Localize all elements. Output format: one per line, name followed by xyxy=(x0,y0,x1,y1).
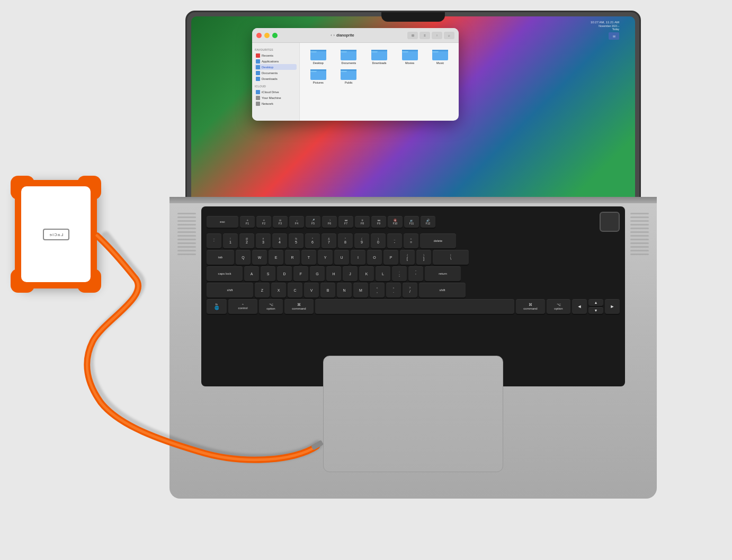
key-v[interactable]: V xyxy=(304,283,319,297)
sidebar-item-documents[interactable]: Documents xyxy=(255,70,297,76)
key-g[interactable]: G xyxy=(310,266,325,281)
key-arrow-right[interactable]: ► xyxy=(605,299,620,314)
sidebar-item-icloud[interactable]: iCloud Drive xyxy=(255,89,297,95)
finder-back-btn[interactable]: ‹ xyxy=(331,33,332,37)
key-quote[interactable]: "' xyxy=(408,266,423,281)
folder-movies[interactable]: Movies xyxy=(396,47,424,65)
maximize-button[interactable] xyxy=(272,33,278,38)
key-option-right[interactable]: ⌥ option xyxy=(547,299,570,314)
key-t[interactable]: T xyxy=(301,250,316,265)
folder-desktop[interactable]: Desktop xyxy=(304,47,333,65)
key-d[interactable]: D xyxy=(277,266,292,281)
sidebar-item-applications[interactable]: Applications xyxy=(255,58,297,64)
key-7[interactable]: &7 xyxy=(322,233,336,248)
sidebar-item-recents[interactable]: Recents xyxy=(255,52,297,58)
key-arrow-up[interactable]: ▲ xyxy=(588,299,603,306)
key-s[interactable]: S xyxy=(261,266,275,281)
minimize-button[interactable] xyxy=(264,33,270,38)
folder-documents[interactable]: Documents xyxy=(335,47,363,65)
key-shift-right[interactable]: shift xyxy=(419,283,466,297)
key-return[interactable]: return xyxy=(425,266,461,281)
view-btn[interactable]: ⊞ xyxy=(407,32,418,39)
share-btn[interactable]: ↑ xyxy=(432,32,442,39)
sidebar-item-machine[interactable]: Your Machine xyxy=(255,95,297,101)
key-k[interactable]: K xyxy=(359,266,374,281)
key-f4[interactable]: ⌕F4 xyxy=(289,216,304,228)
key-f10[interactable]: 🔇F10 xyxy=(388,216,403,228)
sort-btn[interactable]: ≡ xyxy=(419,32,430,39)
key-z[interactable]: Z xyxy=(255,283,270,297)
folder-pictures[interactable]: Pictures xyxy=(304,67,333,84)
key-lbracket[interactable]: {[ xyxy=(400,250,415,265)
key-rbracket[interactable]: }] xyxy=(416,250,431,265)
finder-forward-btn[interactable]: › xyxy=(334,33,335,37)
key-w[interactable]: W xyxy=(252,250,267,265)
key-5[interactable]: %5 xyxy=(289,233,303,248)
key-1[interactable]: !1 xyxy=(223,233,238,248)
key-b[interactable]: B xyxy=(320,283,335,297)
key-gt[interactable]: >. xyxy=(386,283,401,297)
key-fn[interactable]: fn 🌐 xyxy=(207,299,227,314)
key-semicolon[interactable]: :; xyxy=(392,266,407,281)
key-h[interactable]: H xyxy=(326,266,341,281)
key-f8[interactable]: ⏸F8 xyxy=(355,216,370,228)
key-space[interactable] xyxy=(315,299,514,314)
trackpad[interactable] xyxy=(323,356,503,472)
key-shift-left[interactable]: shift xyxy=(207,283,253,297)
touchid-key[interactable] xyxy=(600,212,620,232)
key-f7[interactable]: ⏮F7 xyxy=(338,216,353,228)
key-arrow-down[interactable]: ▼ xyxy=(588,307,603,314)
key-f1[interactable]: ☀F1 xyxy=(240,216,255,228)
key-q[interactable]: Q xyxy=(236,250,251,265)
key-arrow-left[interactable]: ◄ xyxy=(572,299,587,314)
key-f12[interactable]: 🔊F12 xyxy=(421,216,435,228)
key-p[interactable]: P xyxy=(383,250,398,265)
key-backslash[interactable]: |\ xyxy=(433,250,469,265)
key-m[interactable]: M xyxy=(353,283,368,297)
sidebar-item-downloads[interactable]: Downloads xyxy=(255,76,297,82)
key-f6[interactable]: ☽F6 xyxy=(322,216,337,228)
key-8[interactable]: *8 xyxy=(338,233,353,248)
key-f3[interactable]: ⊞F3 xyxy=(273,216,288,228)
folder-public[interactable]: Public xyxy=(335,67,363,84)
key-2[interactable]: @2 xyxy=(239,233,254,248)
key-0[interactable]: )0 xyxy=(371,233,386,248)
key-command-right[interactable]: ⌘ command xyxy=(516,299,545,314)
key-slash[interactable]: ?/ xyxy=(403,283,417,297)
key-command-left[interactable]: ⌘ command xyxy=(284,299,314,314)
key-i[interactable]: I xyxy=(351,250,365,265)
key-u[interactable]: U xyxy=(334,250,349,265)
sidebar-item-desktop[interactable]: Desktop xyxy=(255,64,297,70)
key-delete[interactable]: delete xyxy=(420,233,456,248)
key-f2[interactable]: ☀F2 xyxy=(256,216,271,228)
key-f11[interactable]: 🔉F11 xyxy=(404,216,419,228)
key-6[interactable]: ^6 xyxy=(305,233,320,248)
key-tilde[interactable]: ~` xyxy=(207,233,221,248)
key-e[interactable]: E xyxy=(269,250,283,265)
key-9[interactable]: (9 xyxy=(354,233,369,248)
key-o[interactable]: O xyxy=(367,250,382,265)
key-capslock[interactable]: caps lock xyxy=(207,266,243,281)
key-a[interactable]: A xyxy=(244,266,259,281)
key-equals[interactable]: += xyxy=(404,233,418,248)
key-n[interactable]: N xyxy=(337,283,352,297)
key-c[interactable]: C xyxy=(288,283,302,297)
key-y[interactable]: Y xyxy=(318,250,333,265)
key-minus[interactable]: _- xyxy=(387,233,402,248)
key-x[interactable]: X xyxy=(271,283,286,297)
key-r[interactable]: R xyxy=(285,250,300,265)
key-f5[interactable]: 🎤F5 xyxy=(306,216,320,228)
key-4[interactable]: $4 xyxy=(272,233,287,248)
folder-downloads[interactable]: Downloads xyxy=(365,47,394,65)
key-tab[interactable]: tab xyxy=(207,250,234,265)
folder-music[interactable]: Music xyxy=(426,47,454,65)
key-f9[interactable]: ⏭F9 xyxy=(371,216,386,228)
search-btn[interactable]: ⌕ xyxy=(444,32,454,39)
key-option-left[interactable]: ⌥ option xyxy=(259,299,283,314)
key-esc[interactable]: esc xyxy=(207,216,238,228)
key-f[interactable]: F xyxy=(293,266,308,281)
key-l[interactable]: L xyxy=(376,266,390,281)
close-button[interactable] xyxy=(256,33,262,38)
sidebar-item-network[interactable]: Network xyxy=(255,101,297,106)
key-3[interactable]: #3 xyxy=(256,233,271,248)
